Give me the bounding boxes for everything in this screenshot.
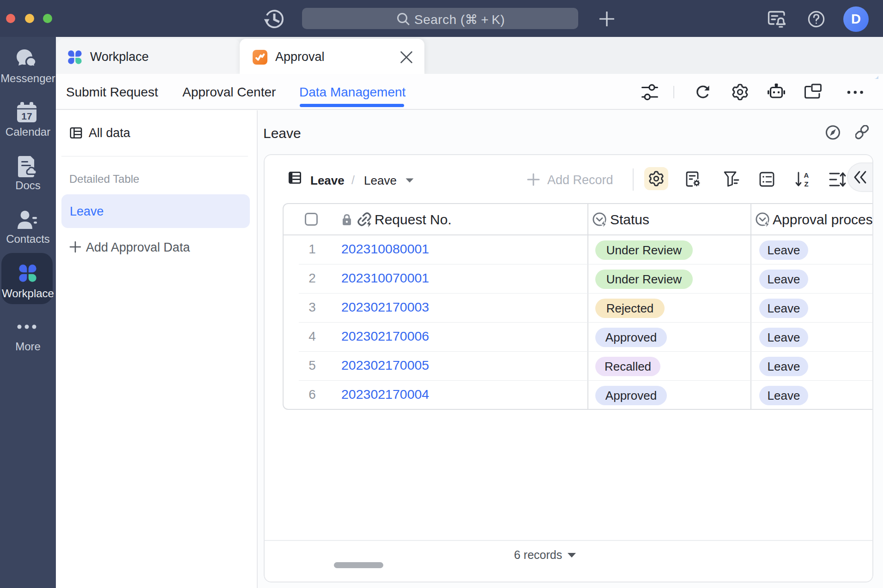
- svg-text:17: 17: [21, 111, 32, 121]
